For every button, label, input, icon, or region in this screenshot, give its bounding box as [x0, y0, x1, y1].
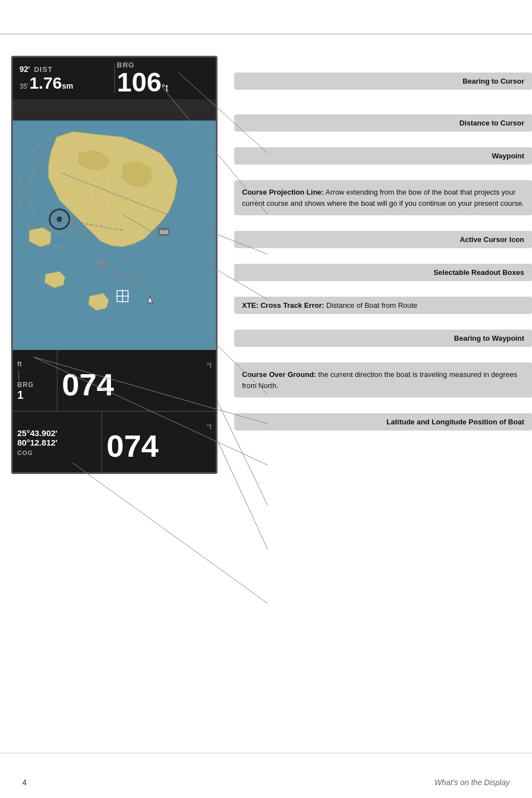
- brg-value-bottom: 074: [62, 369, 211, 400]
- waypoint-label: Waypoint: [234, 147, 532, 165]
- cog-unit: °t: [207, 423, 211, 431]
- xte-desc: Distance of Boat from Route: [326, 301, 417, 309]
- cog-value: 074: [107, 431, 211, 462]
- brg-value-top: 106: [117, 69, 162, 96]
- course-projection-title: Course Projection Line:: [242, 188, 324, 196]
- bearing-to-waypoint-label: Bearing to Waypoint: [234, 330, 532, 347]
- cog-title: Course Over Ground:: [242, 370, 316, 379]
- main-content: 92' DIST 35' 1.76 sm BRG 106 °t: [0, 45, 532, 491]
- bottom-border: [0, 753, 532, 753]
- latitude: 25°43.902': [17, 428, 97, 438]
- cog-value-box: °t 074: [102, 412, 216, 472]
- top-border: [0, 33, 532, 35]
- section-title: What's on the Display: [434, 778, 510, 787]
- svg-text:318: 318: [159, 229, 168, 235]
- spacer-8: [234, 355, 532, 362]
- gps-display: 92' DIST 35' 1.76 sm BRG 106 °t: [11, 56, 229, 491]
- brg-label-bottom: BRG: [17, 381, 52, 389]
- xte-title: XTE: Cross Track Error:: [242, 301, 324, 309]
- course-projection-label: Course Projection Line: Arrow extending …: [234, 180, 532, 215]
- lat-lon-label: Latitude and Longitude Position of Boat: [234, 413, 532, 431]
- spacer-5: [234, 256, 532, 264]
- labels-panel: Bearing to Cursor Distance to Cursor Way…: [234, 56, 532, 438]
- dist-box: 92' DIST 35' 1.76 sm: [17, 64, 115, 94]
- map-area: 318: [13, 99, 216, 391]
- brg-box-top: BRG 106 °t: [115, 60, 212, 97]
- selectable-readout-text: Selectable Readout Boxes: [433, 268, 524, 277]
- xte-box: ft | BRG 1: [13, 350, 57, 411]
- active-cursor-icon-text: Active Cursor Icon: [460, 235, 524, 244]
- course-over-ground-label: Course Over Ground: the current directio…: [234, 362, 532, 398]
- lat-lon-text: Latitude and Longitude Position of Boat: [386, 418, 524, 426]
- top-readout-bar: 92' DIST 35' 1.76 sm BRG 106 °t: [13, 57, 216, 99]
- bearing-to-cursor-text: Bearing to Cursor: [462, 77, 524, 85]
- bearing-to-cursor-label: Bearing to Cursor: [234, 72, 532, 90]
- bottom-readout-bar: ft | BRG 1 °t 074 25°43.902' 80°12.812': [13, 350, 216, 472]
- spacer-2: [234, 139, 532, 147]
- spacer-4: [234, 223, 532, 231]
- footer: 4 What's on the Display: [0, 778, 532, 787]
- distance-to-cursor-label: Distance to Cursor: [234, 114, 532, 132]
- page-number: 4: [22, 778, 27, 787]
- dist-label: DIST: [34, 65, 53, 74]
- xte-unit: ft: [17, 360, 52, 368]
- bottom-row-1: ft | BRG 1 °t 074: [13, 350, 216, 411]
- gps-screen: 92' DIST 35' 1.76 sm BRG 106 °t: [11, 56, 217, 474]
- brg-unit-top: °t: [162, 83, 168, 94]
- xte-divider: |: [17, 368, 52, 381]
- brg-unit-bottom: °t: [207, 361, 211, 369]
- coords-box: 25°43.902' 80°12.812' COG: [13, 412, 102, 472]
- map-svg: 318: [13, 99, 216, 391]
- longitude: 80°12.812': [17, 438, 97, 447]
- spacer-9: [234, 405, 532, 413]
- active-cursor-icon-label: Active Cursor Icon: [234, 231, 532, 248]
- bottom-row-2: 25°43.902' 80°12.812' COG °t 074: [13, 411, 216, 472]
- svg-point-15: [56, 314, 58, 316]
- dist-unit: sm: [62, 81, 73, 90]
- brg-value-box: °t 074: [57, 350, 216, 411]
- spacer-7: [234, 322, 532, 330]
- distance-to-cursor-text: Distance to Cursor: [460, 119, 524, 127]
- svg-point-16: [72, 317, 74, 319]
- waypoint-text: Waypoint: [492, 152, 524, 160]
- selectable-readout-label: Selectable Readout Boxes: [234, 264, 532, 281]
- spacer-3: [234, 172, 532, 180]
- spacer-1: [234, 98, 532, 114]
- bearing-to-waypoint-text: Bearing to Waypoint: [454, 334, 524, 342]
- svg-point-14: [39, 322, 41, 325]
- cog-label: COG: [17, 449, 97, 456]
- spacer-6: [234, 289, 532, 297]
- xte-value: 1: [17, 389, 52, 402]
- xte-label: XTE: Cross Track Error: Distance of Boat…: [234, 297, 532, 314]
- dist-value: 1.76: [30, 74, 62, 93]
